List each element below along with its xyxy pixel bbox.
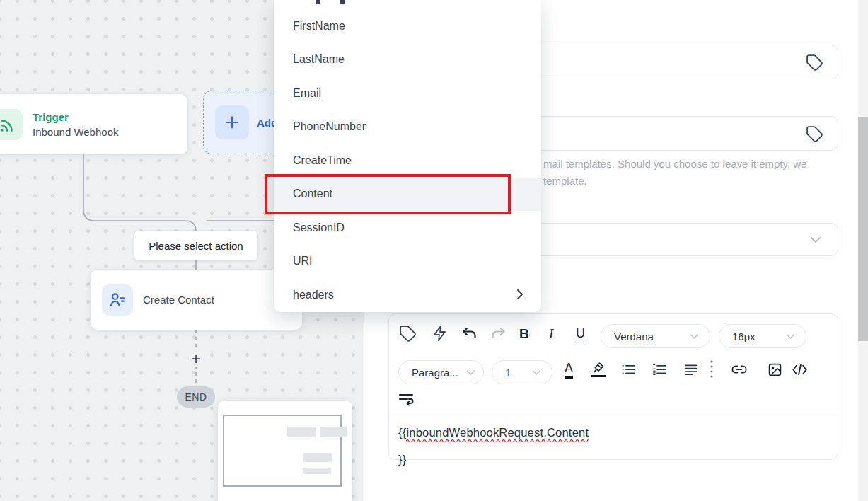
code-icon[interactable]: [792, 363, 808, 376]
list-level-select[interactable]: 1: [492, 360, 552, 384]
merge-brace-open: {{: [398, 426, 406, 439]
clipped-menu-item-fragment: [316, 0, 320, 4]
chevron-right-icon: [514, 289, 526, 303]
font-family-select[interactable]: Verdana: [601, 324, 710, 348]
canvas-minimap[interactable]: [218, 401, 352, 501]
italic-button[interactable]: I: [549, 326, 553, 342]
minimap-block: [320, 427, 347, 437]
scrollbar-thumb[interactable]: [858, 117, 868, 341]
workflow-builder-screen: Trigger Inbound Webhook Add Please selec…: [0, 0, 868, 501]
clipped-menu-item: [274, 0, 541, 9]
align-text-icon[interactable]: [683, 363, 698, 376]
chevron-down-icon: [531, 367, 542, 379]
merge-token: inboundWebhookRequest.Content: [406, 426, 589, 439]
redo-icon[interactable]: [490, 326, 507, 342]
chevron-down-icon: [785, 330, 796, 342]
highlight-marker-icon[interactable]: [591, 361, 606, 377]
merge-tag-icon[interactable]: [399, 325, 417, 342]
minimap-block: [303, 453, 332, 462]
trigger-subtitle: Inbound Webhook: [33, 125, 119, 139]
plus-icon: [215, 105, 249, 139]
trigger-node[interactable]: Trigger Inbound Webhook: [0, 94, 187, 154]
menu-item-uri[interactable]: URI: [274, 245, 541, 279]
text-wrap-icon[interactable]: [398, 392, 415, 406]
numbered-list-icon[interactable]: [652, 363, 667, 376]
merge-brace-close: }}: [398, 453, 406, 466]
bold-button[interactable]: B: [519, 326, 529, 342]
underline-button[interactable]: U: [576, 326, 585, 341]
chevron-down-icon: [689, 330, 700, 342]
minimap-block: [287, 427, 316, 437]
lightning-icon[interactable]: [432, 325, 449, 342]
menu-item-email[interactable]: Email: [274, 76, 541, 110]
end-badge: END: [177, 386, 215, 408]
editor-content[interactable]: {{inboundWebhookRequest.Content}}: [398, 426, 597, 466]
minimap-block: [303, 468, 331, 474]
minimap-viewport: [223, 415, 342, 487]
page-scrollbar[interactable]: [858, 0, 868, 501]
undo-icon[interactable]: [461, 326, 478, 342]
chevron-down-icon: [465, 367, 476, 379]
menu-item-headers[interactable]: headers: [274, 278, 541, 312]
image-icon[interactable]: [768, 362, 782, 377]
more-options-icon[interactable]: [709, 359, 714, 379]
font-size-select[interactable]: 16px: [719, 324, 806, 348]
merge-tag-icon[interactable]: [806, 125, 823, 143]
trigger-title: Trigger: [33, 110, 119, 125]
webhook-variables-dropdown: FirstName LastName Email PhoneNumber Cre…: [274, 0, 541, 312]
menu-item-phonenumber[interactable]: PhoneNumber: [274, 110, 541, 144]
clipped-menu-item-fragment: [340, 0, 345, 4]
create-contact-node[interactable]: Create Contact: [91, 270, 302, 330]
select-action-tooltip: Please select action: [134, 231, 257, 260]
menu-item-createtime[interactable]: CreateTime: [274, 144, 541, 178]
rich-text-editor: B I U Verdana 16px Paragra...: [388, 313, 838, 460]
menu-item-firstname[interactable]: FirstName: [274, 9, 541, 43]
spellcheck-squiggle: [406, 438, 589, 442]
menu-item-content[interactable]: Content: [274, 178, 541, 212]
helper-text: mail templates. Should you choose to lea…: [543, 156, 847, 190]
bullet-list-icon[interactable]: [621, 363, 636, 376]
paragraph-style-select[interactable]: Paragra...: [398, 360, 484, 384]
menu-item-sessionid[interactable]: SessionID: [274, 211, 541, 245]
insert-step-plus[interactable]: +: [187, 350, 204, 367]
chevron-down-icon: [809, 235, 822, 248]
editor-divider: [389, 417, 838, 418]
merge-tag-icon[interactable]: [806, 54, 823, 71]
action-label: Create Contact: [143, 292, 214, 307]
contact-person-icon: [102, 284, 133, 316]
webhook-signal-icon: [0, 109, 23, 140]
text-color-button[interactable]: A: [565, 361, 573, 379]
menu-item-lastname[interactable]: LastName: [274, 43, 541, 77]
link-icon[interactable]: [731, 363, 747, 376]
